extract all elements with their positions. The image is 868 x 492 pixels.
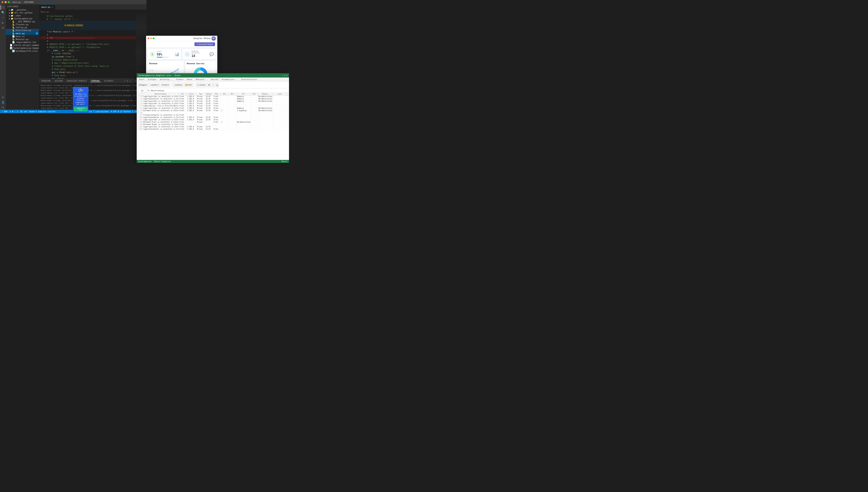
cell[interactable]: Lagerfacharbeiter zu vermitteln in Schle… [143,98,179,100]
cell[interactable] [251,107,258,109]
cell[interactable]: Front [179,107,187,109]
cell[interactable]: Norddeutschland [258,107,272,109]
accounts-icon[interactable]: 👤 [1,100,5,105]
cell[interactable]: Privat [196,116,205,119]
cell[interactable]: Privat [196,128,205,130]
cell[interactable]: Front [179,126,187,128]
cell[interactable] [236,102,251,105]
tab-accounts[interactable]: ACCOUNTS [103,80,114,82]
cell[interactable]: 1 Augsburg [236,109,251,112]
cell[interactable]: 1.501.0 [187,109,196,112]
cell[interactable] [251,116,258,119]
tab-daten[interactable]: Daten [185,78,194,81]
terminal-add-icon[interactable]: + [124,80,125,82]
maximize-button[interactable] [153,38,154,39]
sidebar-item-pycache[interactable]: ▶ 📁 __pycache__ [6,8,39,11]
cell[interactable]: Lagerlogistiker zu vermitteln in Schlesw… [143,100,179,102]
cell[interactable] [228,112,236,114]
cell[interactable] [258,105,272,107]
cell[interactable] [272,100,287,102]
terminal-close-icon[interactable]: × [130,80,131,82]
cell[interactable] [251,126,258,128]
cell[interactable]: Transportarbeiter zu vermitteln in Schle… [143,114,179,116]
cell[interactable]: 1.501.0 [187,96,196,98]
cell[interactable] [228,107,236,109]
col-header-f[interactable]: Kat [213,93,221,95]
cell[interactable]: Front [213,116,221,119]
cell[interactable] [272,114,287,116]
cell[interactable]: 22.07 [205,107,213,109]
cell[interactable]: Privat [196,126,205,128]
cell[interactable] [221,105,228,107]
sidebar-item-venv[interactable]: ▶ 📁 .venv [6,14,39,17]
cell[interactable] [213,112,221,114]
tab-seitenlay[interactable]: Seitenlay... [158,78,174,81]
cell[interactable]: Norddeutschland [258,100,272,102]
cell[interactable] [221,116,228,119]
sidebar-item-config[interactable]: 🐍 Config.py [6,26,39,29]
cell[interactable]: Lagerfacharbeiter zu vermitteln in Schle… [143,116,179,119]
cell[interactable] [258,126,272,128]
sidebar-item-gui-module[interactable]: 🐍 __GUI_MODULE.py [6,20,39,23]
cell[interactable] [187,114,196,116]
generate-report-button[interactable]: ✦ Generate Report [195,42,215,46]
explorer-icon[interactable]: ⬛ [1,5,5,10]
cell[interactable] [272,128,287,130]
cell[interactable] [251,112,258,114]
minimize-button[interactable] [150,38,152,39]
cell[interactable] [258,112,272,114]
sidebar-item-main[interactable]: 🐍 main.py 1 [6,32,39,35]
cell[interactable] [179,112,187,114]
cell[interactable] [196,123,205,126]
cell[interactable]: Front [213,102,221,105]
cell[interactable] [236,112,251,114]
ss-btn-format[interactable]: Format ▾ [161,82,170,87]
cell[interactable] [272,105,287,107]
cell[interactable] [228,121,236,123]
cell[interactable] [228,98,236,100]
cell[interactable] [196,112,205,114]
col-header-d[interactable]: Typ [196,93,205,95]
tab-automatisier[interactable]: Automatisier... [220,78,239,81]
sidebar-item-functions[interactable]: 🐍 Functions.py [6,29,39,32]
tab-main-py[interactable]: main.py × [39,4,55,9]
sidebar-item-suchbegriffe[interactable]: 📊 Suchbegriffe.xlsx [6,50,39,52]
cell[interactable] [187,121,196,123]
cell[interactable]: Privat [196,102,205,105]
upgrade-to-pro-button[interactable]: Upgrade to Pro! [74,106,88,112]
cell[interactable]: Lagerlogistiker zu vermitteln in Schlesw… [143,126,179,128]
cell[interactable]: Front [213,128,221,130]
cell[interactable]: Front [213,107,221,109]
cell[interactable]: 1 [221,121,228,123]
cell[interactable] [205,123,213,126]
cell[interactable]: Privat [196,96,205,98]
cell[interactable]: Front [213,109,221,112]
col-header-k[interactable]: Region [258,93,272,95]
cell[interactable] [221,112,228,114]
col-header-b[interactable]: Art [179,93,187,95]
cell[interactable]: Hamburg [236,100,251,102]
cell[interactable]: Norddeutschland [258,109,272,112]
cell[interactable] [258,121,272,123]
cell[interactable]: Hamburg [236,98,251,100]
cell[interactable] [213,114,221,116]
cell[interactable] [213,123,221,126]
ss-btn-bold[interactable]: B [207,82,211,87]
cell[interactable] [258,123,272,126]
cell[interactable]: 22.07 [205,116,213,119]
cell[interactable]: 22.07 [205,100,213,102]
cell[interactable] [221,100,228,102]
cell[interactable]: Privat [196,105,205,107]
cell[interactable]: 22.07 [205,98,213,100]
tab-ausgabe[interactable]: AUSGABE [54,80,64,82]
ss-minimize-icon[interactable]: − [281,74,283,76]
cell[interactable]: 1 [221,109,228,112]
cell[interactable] [187,112,196,114]
cell[interactable]: Privat [196,121,205,123]
cell[interactable]: Front [179,109,187,112]
cell[interactable] [221,123,228,126]
cell[interactable]: Hamburg [236,96,251,98]
cell[interactable] [251,128,258,130]
cell[interactable]: Front [213,100,221,102]
cell[interactable]: Norddeutschland [236,121,251,123]
